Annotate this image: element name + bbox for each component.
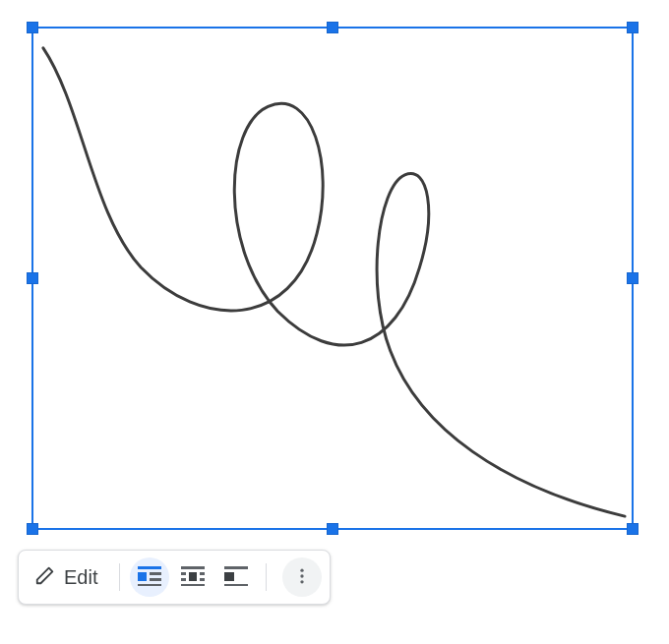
svg-rect-8 (200, 572, 205, 575)
svg-rect-11 (181, 584, 205, 586)
resize-handle-e[interactable] (627, 272, 639, 284)
svg-rect-6 (181, 572, 186, 575)
svg-rect-2 (150, 572, 161, 575)
svg-rect-7 (189, 572, 197, 581)
more-vertical-icon (292, 566, 312, 589)
break-text-button[interactable] (216, 557, 256, 597)
svg-rect-1 (138, 572, 147, 581)
pencil-icon (34, 564, 56, 591)
svg-rect-3 (150, 578, 161, 581)
resize-handle-ne[interactable] (627, 22, 639, 33)
wrap-text-icon (181, 566, 205, 589)
edit-button[interactable]: Edit (27, 558, 109, 597)
svg-point-15 (301, 568, 304, 571)
svg-rect-12 (224, 566, 248, 569)
wrap-text-button[interactable] (173, 557, 213, 597)
resize-handle-n[interactable] (327, 22, 338, 33)
toolbar-divider (266, 563, 267, 591)
resize-handle-sw[interactable] (27, 523, 38, 535)
svg-rect-4 (138, 584, 161, 586)
resize-handle-s[interactable] (327, 523, 338, 535)
image-options-toolbar: Edit (18, 550, 331, 605)
selected-drawing-frame[interactable] (31, 27, 634, 530)
more-options-button[interactable] (282, 557, 322, 597)
resize-handle-w[interactable] (27, 272, 38, 284)
svg-point-16 (301, 574, 304, 577)
svg-point-17 (301, 580, 304, 583)
svg-rect-9 (181, 578, 186, 581)
resize-handle-nw[interactable] (27, 22, 38, 33)
svg-rect-0 (138, 566, 161, 569)
svg-rect-14 (224, 584, 248, 586)
wrap-inline-button[interactable] (130, 557, 169, 597)
edit-button-label: Edit (64, 566, 97, 589)
resize-handle-se[interactable] (627, 523, 639, 535)
break-text-icon (224, 566, 248, 589)
drawing-canvas (33, 29, 632, 528)
svg-rect-13 (224, 572, 234, 581)
toolbar-divider (119, 563, 120, 591)
svg-rect-10 (200, 578, 205, 581)
svg-rect-5 (181, 566, 205, 569)
wrap-inline-icon (138, 566, 161, 589)
